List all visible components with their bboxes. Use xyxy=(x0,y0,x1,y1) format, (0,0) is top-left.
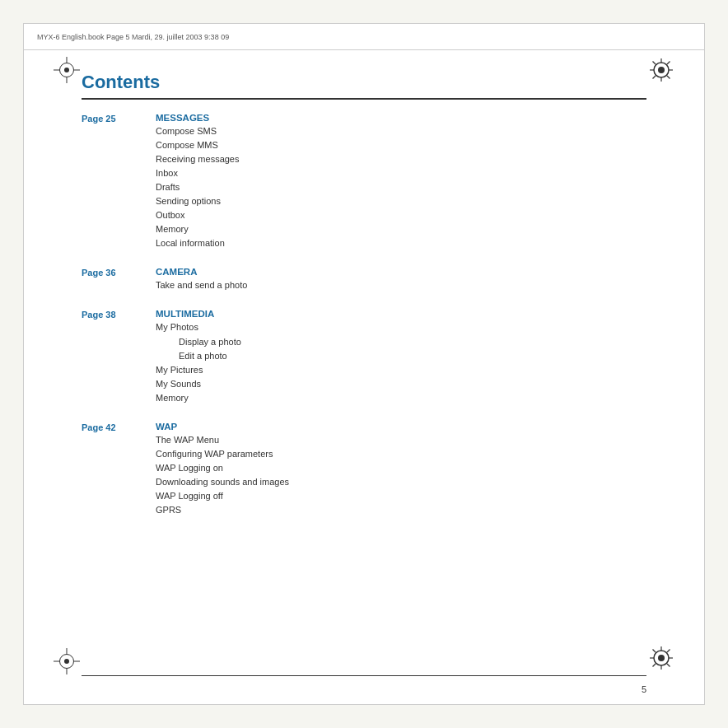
svg-point-1 xyxy=(658,67,665,73)
toc-item: GPRS xyxy=(156,503,646,517)
toc-section: Page 36CAMERATake and send a photo xyxy=(82,267,646,292)
toc-item: Compose MMS xyxy=(156,138,646,152)
svg-line-7 xyxy=(667,76,670,79)
toc-item: Memory xyxy=(156,391,646,405)
svg-line-8 xyxy=(667,62,670,65)
toc-item: Downloading sounds and images xyxy=(156,475,646,489)
toc-item: Memory xyxy=(156,222,646,236)
toc-section-heading: MESSAGES xyxy=(156,113,646,123)
toc-item: The WAP Menu xyxy=(156,433,646,447)
corner-decoration-bl xyxy=(54,648,80,674)
toc-item: Display a photo xyxy=(156,335,646,349)
toc-item: WAP Logging off xyxy=(156,489,646,503)
toc-item: Compose SMS xyxy=(156,124,646,138)
toc-section: Page 42WAPThe WAP MenuConfiguring WAP pa… xyxy=(82,422,646,517)
toc-section-heading: MULTIMEDIA xyxy=(156,309,646,319)
svg-line-6 xyxy=(653,62,656,65)
page-number: 5 xyxy=(642,684,646,694)
top-bar: MYX-6 English.book Page 5 Mardi, 29. jui… xyxy=(24,24,704,50)
svg-point-11 xyxy=(658,655,665,661)
toc-container: Page 25MESSAGESCompose SMSCompose MMSRec… xyxy=(82,113,646,517)
toc-page-label: Page 36 xyxy=(82,267,156,292)
toc-item: Edit a photo xyxy=(156,349,646,363)
toc-section-content: MULTIMEDIAMy PhotosDisplay a photoEdit a… xyxy=(156,309,646,404)
top-bar-text: MYX-6 English.book Page 5 Mardi, 29. jui… xyxy=(37,33,229,41)
toc-page-label: Page 25 xyxy=(82,113,156,250)
toc-section-heading: WAP xyxy=(156,422,646,432)
toc-item: Inbox xyxy=(156,166,646,180)
corner-decoration-br xyxy=(648,645,674,674)
page: MYX-6 English.book Page 5 Mardi, 29. jui… xyxy=(0,0,728,728)
svg-line-9 xyxy=(653,76,656,79)
toc-item: Sending options xyxy=(156,194,646,208)
page-inner: MYX-6 English.book Page 5 Mardi, 29. jui… xyxy=(23,23,705,705)
svg-line-17 xyxy=(667,664,670,667)
corner-decoration-tr xyxy=(648,57,674,86)
toc-section-content: CAMERATake and send a photo xyxy=(156,267,646,292)
toc-page-label: Page 38 xyxy=(82,309,156,404)
svg-line-18 xyxy=(667,650,670,653)
toc-item: Local information xyxy=(156,236,646,250)
toc-item: My Sounds xyxy=(156,377,646,391)
toc-item: My Photos xyxy=(156,320,646,334)
toc-item: WAP Logging on xyxy=(156,461,646,475)
corner-decoration-tl xyxy=(54,57,80,83)
toc-item: Configuring WAP parameters xyxy=(156,447,646,461)
toc-item: Outbox xyxy=(156,208,646,222)
toc-section: Page 25MESSAGESCompose SMSCompose MMSRec… xyxy=(82,113,646,250)
toc-item: Receiving messages xyxy=(156,152,646,166)
toc-section-content: WAPThe WAP MenuConfiguring WAP parameter… xyxy=(156,422,646,517)
toc-section: Page 38MULTIMEDIAMy PhotosDisplay a phot… xyxy=(82,309,646,404)
toc-section-content: MESSAGESCompose SMSCompose MMSReceiving … xyxy=(156,113,646,250)
svg-line-19 xyxy=(653,664,656,667)
main-content: Contents Page 25MESSAGESCompose SMSCompo… xyxy=(82,72,646,655)
toc-item: My Pictures xyxy=(156,363,646,377)
page-title: Contents xyxy=(82,72,646,93)
toc-item: Take and send a photo xyxy=(156,278,646,292)
svg-line-16 xyxy=(653,650,656,653)
toc-page-label: Page 42 xyxy=(82,422,156,517)
toc-item: Drafts xyxy=(156,180,646,194)
bottom-rule xyxy=(82,675,646,676)
toc-section-heading: CAMERA xyxy=(156,267,646,277)
